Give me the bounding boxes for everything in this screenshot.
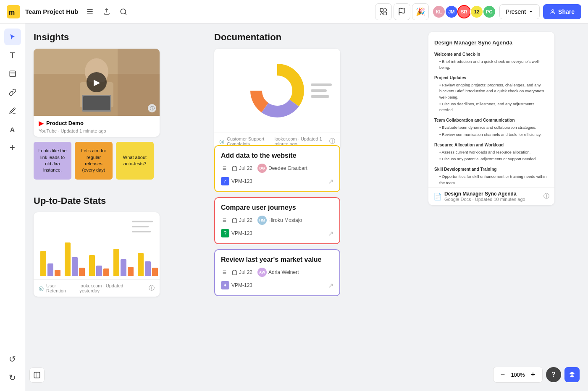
bar-p2: [72, 257, 78, 276]
gdoc-info-icon[interactable]: ⓘ: [543, 193, 549, 200]
stats-section: Up-to-Date Stats: [34, 196, 164, 297]
help-button[interactable]: ?: [546, 367, 561, 382]
task-1-meta: Jul 22 DG Deedee Graubart: [221, 164, 333, 173]
sidebar-link-tool[interactable]: [4, 84, 21, 101]
svg-rect-5: [384, 12, 387, 15]
sidebar-cursor-tool[interactable]: [4, 29, 21, 45]
task-3-list-icon: [221, 269, 227, 275]
chart-legend: [311, 83, 332, 98]
task-3-pin: ↗: [328, 282, 333, 289]
task-card-1[interactable]: Add data to the website Jul 22 DG Deedee…: [214, 145, 340, 192]
avatar-1: KL: [432, 5, 446, 18]
sticky-1[interactable]: Looks like the link leads to old Jira in…: [34, 142, 71, 180]
gdoc-b5: • Review communication channels and tool…: [434, 132, 549, 138]
gdoc-b4: • Evaluate team dynamics and collaborati…: [434, 125, 549, 130]
gdoc-file-icon: 📄: [433, 193, 442, 201]
present-button[interactable]: Present: [499, 4, 540, 19]
sidebar-add-tool[interactable]: +: [4, 139, 21, 156]
svg-rect-16: [83, 96, 110, 110]
insights-title: Insights: [34, 32, 164, 43]
stickies-row: Looks like the link leads to old Jira in…: [34, 142, 164, 180]
task-1-badge: ✓ VPM-123: [221, 177, 252, 185]
video-card-body: ▶ Product Demo YouTube · Updated 1 minut…: [34, 116, 160, 137]
task-card-2[interactable]: Compare user journeys Jul 22 HM Hiroku M…: [214, 197, 340, 244]
gdoc-card[interactable]: Design Manager Sync Agenda Welcome and C…: [428, 32, 554, 205]
gdoc-b7: • Discuss any potential adjustments or s…: [434, 156, 549, 162]
bar-o5: [152, 268, 158, 276]
gdoc-b6: • Assess current workloads and resource …: [434, 149, 549, 155]
bar-y1: [40, 251, 46, 276]
play-button[interactable]: ▶: [87, 72, 107, 92]
zoom-in-button[interactable]: +: [527, 369, 539, 381]
task-2-assignee: HM Hiroku Mostajo: [257, 216, 302, 225]
bar-p5: [145, 261, 151, 276]
gdoc-h2: Project Updates: [434, 75, 549, 81]
sidebar-undo-tool[interactable]: ↺: [4, 351, 21, 368]
sidebar-text-tool[interactable]: T: [4, 47, 21, 64]
task-3-badge-icon: ✦: [221, 281, 229, 289]
video-info-icon[interactable]: ⓘ: [148, 104, 156, 112]
gdoc-b8: • Opportunities for skill enhancement or…: [434, 174, 549, 186]
task-1-title: Add data to the website: [221, 152, 333, 159]
svg-rect-51: [34, 372, 40, 378]
task-1-assignee: DG Deedee Graubart: [257, 164, 307, 173]
video-thumbnail: ▶ ⓘ: [34, 49, 160, 116]
sidebar-text-style-tool[interactable]: A: [4, 121, 21, 138]
sticky-2[interactable]: Let's aim for regular releases (every da…: [75, 142, 113, 180]
sidebar-sticky-tool[interactable]: [4, 65, 21, 82]
sidebar-pen-tool[interactable]: [4, 102, 21, 119]
menu-button[interactable]: ☰: [83, 5, 97, 18]
sticky-3[interactable]: What about auto-tests?: [116, 142, 154, 180]
task-card-3[interactable]: Review last year's market value Jul 22 A…: [214, 249, 340, 296]
bar-o4: [128, 267, 134, 276]
header: m Team Project Hub ☰ 🎉: [0, 0, 588, 23]
svg-rect-47: [233, 271, 237, 275]
svg-rect-8: [10, 71, 16, 77]
bar-group-1: [40, 251, 60, 276]
looker-icon-stats: ◎: [39, 285, 44, 292]
documentation-section: Documentation: [214, 32, 349, 150]
task-3-assignee: AW Adria Weinert: [257, 268, 299, 277]
stats-info-icon[interactable]: ⓘ: [149, 284, 155, 292]
search-button[interactable]: [117, 5, 130, 18]
panel-toggle-button[interactable]: [29, 368, 45, 383]
gdoc-h5: Skill Development and Training: [434, 166, 549, 172]
collab-avatars: KL JM SR 12 PG: [432, 5, 496, 18]
canvas-inner: Insights: [25, 23, 588, 391]
sidebar-bottom: ↺ ↻: [4, 351, 21, 386]
bottom-toolbar: − 100% + ?: [493, 367, 580, 383]
youtube-icon: ▶: [39, 119, 44, 127]
header-left: m Team Project Hub ☰: [7, 5, 130, 18]
avatar-3: SR: [457, 5, 471, 18]
zoom-controls: − 100% +: [493, 367, 543, 383]
donut-info-icon[interactable]: ⓘ: [329, 138, 335, 145]
task-2-badge: ? VPM-123: [221, 229, 252, 237]
legend-bar-1: [311, 83, 332, 86]
bar-p3: [96, 266, 102, 276]
sidebar-redo-tool[interactable]: ↻: [4, 369, 21, 386]
task-3-title: Review last year's market value: [221, 256, 333, 263]
flag-button[interactable]: [394, 3, 410, 20]
svg-rect-37: [233, 219, 237, 223]
svg-text:m: m: [9, 9, 15, 16]
task-3-date: Jul 22: [232, 269, 252, 275]
stats-card[interactable]: ◎ User Retention looker.com · Updated ye…: [34, 212, 160, 297]
donut-card[interactable]: ◎ Customer Support Complaints looker.com…: [214, 49, 340, 150]
celebration-button[interactable]: 🎉: [412, 3, 429, 20]
video-card[interactable]: ▶ ⓘ ▶ Product Demo YouTube · Updated 1 m…: [34, 49, 160, 137]
zoom-out-button[interactable]: −: [497, 369, 509, 381]
task-3-avatar: AW: [257, 268, 267, 277]
share-button[interactable]: Share: [543, 4, 581, 19]
task-1-pin: ↗: [328, 177, 333, 185]
task-2-list-icon: [221, 217, 227, 223]
canvas: Insights: [25, 23, 588, 391]
stats-title: Up-to-Date Stats: [34, 196, 164, 206]
export-button[interactable]: [100, 5, 113, 18]
stats-card-footer: ◎ User Retention looker.com · Updated ye…: [34, 279, 160, 297]
shapes-button[interactable]: [375, 3, 392, 20]
avatar-count[interactable]: 12: [470, 5, 483, 18]
gdoc-b1: • Brief introduction and a quick check o…: [434, 59, 549, 71]
task-3-meta: Jul 22 AW Adria Weinert: [221, 268, 333, 277]
navigate-button[interactable]: [564, 367, 580, 382]
gdoc-h3: Team Collaboration and Communication: [434, 117, 549, 123]
